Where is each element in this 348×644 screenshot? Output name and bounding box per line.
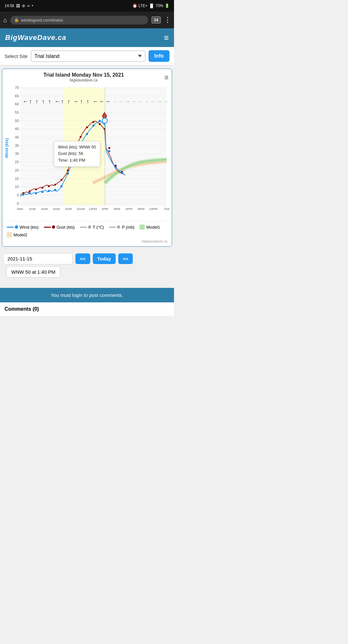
site-select-dropdown[interactable]: Trial Island [31, 51, 145, 62]
login-message: You must login to post comments. [51, 292, 123, 298]
chart-subtitle: bigwavedave.ca [4, 78, 163, 82]
svg-text:25: 25 [15, 160, 19, 164]
date-input[interactable] [3, 253, 73, 264]
svg-point-79 [80, 136, 82, 138]
chart-footer: bigwavedave.ca [4, 239, 170, 243]
svg-point-76 [61, 179, 63, 181]
site-select-wrapper[interactable]: Trial Island [31, 51, 145, 62]
date-nav: << Today >> [0, 250, 174, 266]
dot-indicator: • [32, 4, 33, 8]
svg-text:10PM: 10PM [149, 207, 158, 211]
legend-model1: Model1 [140, 224, 160, 230]
svg-point-102 [108, 150, 110, 152]
svg-text:↑: ↑ [29, 98, 32, 105]
browser-menu-icon[interactable]: ⋮ [164, 16, 171, 24]
site-title[interactable]: BigWaveDave.ca [5, 33, 66, 42]
svg-point-95 [67, 173, 69, 175]
svg-text:65: 65 [15, 94, 19, 98]
svg-point-81 [92, 121, 94, 123]
legend-model1-label: Model1 [146, 225, 160, 230]
svg-text:↑: ↑ [48, 98, 51, 105]
svg-text:→: → [137, 98, 143, 105]
status-time: 14:56 [5, 4, 14, 8]
whatsapp-icon: ⊛ [22, 4, 25, 8]
photo-icon: 🖼 [16, 4, 20, 8]
svg-text:→: → [144, 98, 150, 105]
svg-point-78 [73, 152, 75, 154]
svg-text:4PM: 4PM [114, 207, 120, 211]
chart-title: Trial Island Monday Nov 15, 2021 [4, 72, 163, 78]
next-date-button[interactable]: >> [118, 253, 133, 264]
svg-text:↑: ↑ [86, 98, 89, 105]
legend-gust-label: Gust (kts) [57, 225, 75, 230]
svg-text:8PM: 8PM [138, 207, 144, 211]
svg-text:↑: ↑ [61, 98, 64, 105]
svg-text:4AM: 4AM [41, 207, 47, 211]
svg-text:20: 20 [15, 168, 19, 172]
legend-temp: T (°C) [80, 225, 104, 230]
status-bar: 14:56 🖼 ⊛ ∞ • ⏰ LTE+ ▐▌ 70% 🔋 [0, 0, 174, 12]
svg-text:→: → [163, 98, 169, 105]
legend-wind: Wind (kts) [7, 225, 39, 230]
svg-text:15: 15 [15, 177, 19, 181]
svg-point-88 [22, 194, 24, 195]
svg-text:←: ← [54, 98, 60, 105]
legend-pressure: P (mb) [109, 225, 134, 230]
lock-icon: 🔒 [14, 18, 19, 22]
chart-svg-wrapper[interactable]: 70 65 60 55 50 45 40 35 30 25 20 15 10 5… [4, 84, 170, 219]
chart-menu-icon[interactable]: ≡ [163, 72, 170, 83]
prev-date-button[interactable]: << [75, 253, 90, 264]
battery-icon: 🔋 [165, 4, 169, 8]
svg-text:70: 70 [15, 86, 19, 90]
svg-text:Tue: Tue [164, 207, 169, 211]
url-bar[interactable]: 🔒 windisgood.com/trialisl. [10, 16, 148, 24]
alarm-icon: ⏰ [132, 4, 137, 8]
svg-point-104 [121, 172, 123, 174]
svg-text:←: ← [73, 98, 79, 105]
url-text: windisgood.com/trialisl. [21, 18, 64, 23]
svg-point-80 [86, 126, 88, 128]
home-icon[interactable]: ⌂ [3, 16, 7, 24]
chart-legend: Wind (kts) Gust (kts) T (°C) P (mb) [4, 221, 170, 239]
svg-text:10AM: 10AM [76, 207, 85, 211]
chart-container: Trial Island Monday Nov 15, 2021 bigwave… [2, 69, 172, 247]
svg-text:30: 30 [15, 152, 19, 156]
svg-text:↑: ↑ [42, 98, 45, 105]
hamburger-icon[interactable]: ≡ [164, 33, 169, 43]
svg-point-98 [86, 133, 88, 135]
tab-counter[interactable]: 14 [151, 16, 161, 24]
legend-pressure-label: P (mb) [122, 225, 134, 230]
svg-text:6PM: 6PM [126, 207, 132, 211]
svg-text:←: ← [99, 98, 105, 105]
svg-text:Wind (kts): Wind (kts) [4, 138, 9, 158]
svg-point-94 [61, 185, 63, 187]
svg-text:10: 10 [15, 185, 19, 189]
legend-wind-label: Wind (kts) [20, 225, 39, 230]
svg-text:55: 55 [15, 110, 19, 114]
select-site-label: Select Site [5, 53, 28, 59]
lte-indicator: LTE+ [139, 4, 148, 8]
nav-bar: BigWaveDave.ca ≡ [0, 28, 174, 47]
login-banner: You must login to post comments. [0, 288, 174, 302]
svg-text:→: → [156, 98, 162, 105]
battery-level: 70% [156, 4, 163, 8]
svg-point-89 [29, 192, 31, 194]
svg-point-91 [42, 191, 44, 193]
svg-text:50: 50 [15, 119, 19, 123]
info-button[interactable]: Info [149, 50, 169, 62]
svg-point-72 [35, 188, 37, 190]
svg-point-71 [29, 190, 31, 192]
legend-temp-label: T (°C) [93, 225, 104, 230]
svg-text:↑: ↑ [35, 98, 38, 105]
svg-point-75 [54, 184, 56, 185]
signal-icon: ▐▌ [149, 4, 154, 8]
comments-heading: Comments (0) [5, 306, 39, 312]
legend-model2-label: Model2 [14, 232, 27, 237]
svg-point-96 [73, 156, 75, 158]
svg-point-90 [35, 192, 37, 194]
svg-point-73 [42, 187, 44, 189]
svg-text:35: 35 [15, 144, 19, 147]
voicemail-icon: ∞ [27, 4, 30, 8]
svg-text:45: 45 [15, 127, 19, 131]
today-button[interactable]: Today [93, 253, 116, 264]
